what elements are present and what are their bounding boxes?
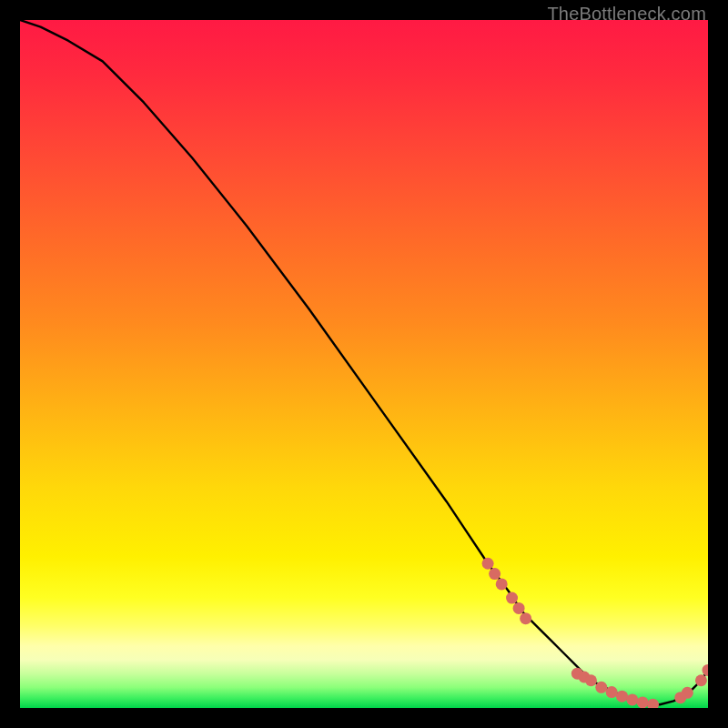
curve-marker	[703, 664, 709, 676]
curve-marker	[674, 692, 686, 703]
curve-marker	[682, 687, 693, 699]
curve-marker	[578, 671, 590, 682]
curve-marker	[616, 691, 628, 703]
curve-marker	[595, 682, 607, 693]
curve-marker	[482, 558, 494, 570]
curve-marker	[647, 699, 659, 708]
curve-marker	[637, 696, 649, 708]
bottleneck-curve	[20, 20, 708, 708]
curve-marker	[585, 674, 597, 686]
curve-marker	[606, 686, 618, 698]
curve-marker	[520, 612, 531, 624]
curve-marker	[513, 602, 525, 614]
curve-marker	[506, 592, 518, 604]
curve-marker	[626, 693, 638, 705]
plot-area	[20, 20, 708, 708]
curve-markers	[20, 20, 708, 708]
curve-marker	[695, 674, 707, 686]
curve-marker	[489, 568, 500, 580]
curve-marker	[496, 578, 508, 590]
watermark-text: TheBottleneck.com	[547, 4, 706, 25]
curve-marker	[571, 668, 583, 680]
chart-frame: TheBottleneck.com	[0, 0, 728, 728]
